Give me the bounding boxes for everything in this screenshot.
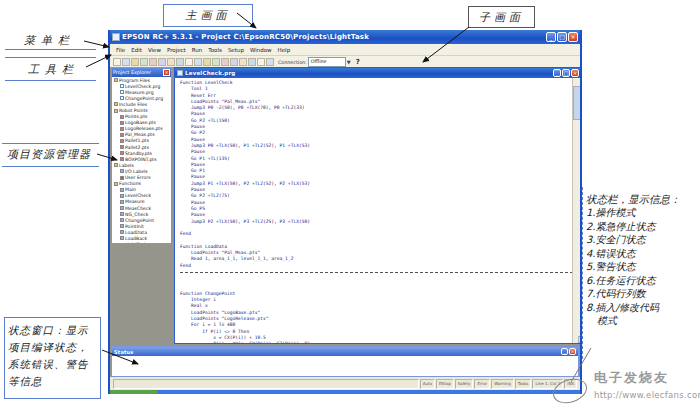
progress-segment xyxy=(110,390,157,394)
title-bar[interactable]: EPSON RC+ 5.3.1 - Project C:\EpsonRC50\P… xyxy=(110,30,580,44)
func-icon xyxy=(120,212,124,216)
code-close-button[interactable]: × xyxy=(571,69,579,77)
paste-icon[interactable] xyxy=(167,58,175,66)
tree-item-label: Include Files xyxy=(119,102,147,107)
tree-item[interactable]: LightTask xyxy=(112,242,171,243)
status-window-note-line: 项目编译状态， xyxy=(8,339,97,356)
callout-project-explorer: 项目资源管理器 xyxy=(7,147,91,162)
minimize-button[interactable]: _ xyxy=(546,32,556,42)
connection-label: Connection: xyxy=(278,60,307,65)
command-window-icon[interactable] xyxy=(257,58,265,66)
annotation-dashed-line xyxy=(582,187,583,359)
menu-edit[interactable]: Edit xyxy=(128,47,145,53)
func-icon xyxy=(120,230,124,234)
project-explorer-title: Project Explorer xyxy=(113,70,163,75)
func-icon xyxy=(120,194,124,198)
tree-item-label: ChangePoint xyxy=(125,218,154,223)
menu-setup[interactable]: Setup xyxy=(225,47,247,53)
prg-icon xyxy=(120,84,124,88)
prg-icon xyxy=(120,90,124,94)
code-minimize-button[interactable]: _ xyxy=(553,69,561,77)
status-bar-note-items: 1.操作模式2.紧急停止状态3.安全门状态4.错误状态5.警告状态6.任务运行状… xyxy=(586,206,698,328)
undo-icon[interactable] xyxy=(176,58,184,66)
statusbar-field: Line 1, Col 1 xyxy=(532,379,563,389)
menu-help[interactable]: Help xyxy=(275,47,294,53)
status-window-note: 状态窗口：显示项目编译状态，系统错误、警告等信息 xyxy=(8,322,97,390)
callout-status-bar: 状态栏，显示信息： 1.操作模式2.紧急停止状态3.安全门状态4.错误状态5.警… xyxy=(586,192,698,328)
stop-icon[interactable] xyxy=(203,58,211,66)
project-explorer-titlebar[interactable]: Project Explorer × xyxy=(112,68,171,77)
tree-item-label: User Errors xyxy=(125,175,151,180)
tree-item-label: Labels xyxy=(119,163,134,168)
io-monitor-icon[interactable] xyxy=(248,58,256,66)
statusbar-field: Error xyxy=(474,379,490,389)
menu-window[interactable]: Window xyxy=(247,47,275,53)
tree-item-label: LoadData xyxy=(125,230,147,235)
save-icon[interactable] xyxy=(131,58,139,66)
tree-item-label: Pallet2.pts xyxy=(125,145,149,150)
print-icon[interactable] xyxy=(140,58,148,66)
tree-item-label: Functions xyxy=(119,181,141,186)
scroll-down-icon[interactable]: ▼ xyxy=(578,336,580,343)
cut-icon[interactable] xyxy=(149,58,157,66)
menu-file[interactable]: File xyxy=(113,47,128,53)
tree-item-label: Points.pts xyxy=(125,114,147,119)
panel-close-icon[interactable]: × xyxy=(163,69,170,76)
open-icon[interactable] xyxy=(122,58,130,66)
close-button[interactable]: × xyxy=(568,32,578,42)
watermark: 电子发烧友 http://www.elecfans.com xyxy=(594,369,700,400)
status-window: Status _ × xyxy=(111,346,579,377)
mdi-client-area: Project Explorer × Program FilesLevelChe… xyxy=(110,67,580,377)
folder-icon xyxy=(114,78,118,82)
tree-item-label: Standby.pts xyxy=(125,151,152,156)
simulator-icon[interactable] xyxy=(266,58,274,66)
menu-tools[interactable]: Tools xyxy=(205,47,225,53)
code-line: P(i) = XY(x, CY(P(i)), CZ(P(i)), 0) xyxy=(180,341,573,343)
tree-item-label: Measure xyxy=(125,199,145,204)
tree-item-label: LoadBack xyxy=(125,236,147,241)
label-icon xyxy=(120,169,124,173)
statusbar-field: EStop xyxy=(436,379,454,389)
statusbar-fields: AutoEStopSafetyErrorWarningTasksLine 1, … xyxy=(420,379,577,389)
code-window-title: LevelCheck.prg xyxy=(185,70,551,76)
statusbar-field: INS xyxy=(564,379,577,389)
connection-value[interactable]: Offline xyxy=(308,57,346,67)
status-window-titlebar[interactable]: Status _ × xyxy=(112,347,578,356)
tree-item-label: ChangePoint.prg xyxy=(125,96,163,101)
tree-item-label: Program Files xyxy=(119,78,150,83)
robot-manager-icon[interactable] xyxy=(239,58,247,66)
pause-icon[interactable] xyxy=(230,58,238,66)
statusbar-field: Auto xyxy=(420,379,435,389)
maximize-button[interactable]: □ xyxy=(557,32,567,42)
status-close-button[interactable]: × xyxy=(569,348,576,355)
status-window-note-line: 状态窗口：显示 xyxy=(8,322,97,339)
code-window-titlebar[interactable]: LevelCheck.prg _ □ × xyxy=(175,68,580,78)
menu-view[interactable]: View xyxy=(145,47,164,53)
tree-item-label: NG_Check xyxy=(125,212,148,217)
status-bar-note-item: 8.插入/修改代码 xyxy=(586,301,698,315)
build-icon[interactable] xyxy=(212,58,220,66)
code-area[interactable]: Function LevelCheck Tool 1 Reset Err Loa… xyxy=(175,78,573,343)
run-icon[interactable] xyxy=(194,58,202,66)
status-bar-note-title: 状态栏，显示信息： xyxy=(586,192,698,206)
pts-icon xyxy=(120,157,124,161)
menu-project[interactable]: Project xyxy=(164,47,189,53)
copy-icon[interactable] xyxy=(158,58,166,66)
statusbar-field: Tasks xyxy=(515,379,532,389)
document-icon xyxy=(177,70,183,76)
redo-icon[interactable] xyxy=(185,58,193,66)
tree-item-label: Main xyxy=(125,187,136,192)
help-icon[interactable]: ? xyxy=(356,58,360,66)
scrollbar-thumb[interactable] xyxy=(573,86,580,120)
menu-run[interactable]: Run xyxy=(189,47,206,53)
new-icon[interactable] xyxy=(113,58,121,66)
step-icon[interactable] xyxy=(221,58,229,66)
app-icon xyxy=(112,33,120,41)
connection-combo[interactable]: Connection: Offline ▼ xyxy=(278,57,351,67)
chevron-down-icon[interactable]: ▼ xyxy=(347,59,351,65)
vertical-scrollbar[interactable]: ▲ ▼ xyxy=(572,78,580,343)
status-bar-note-item: 3.安全门状态 xyxy=(586,233,698,247)
annotation-line xyxy=(5,80,96,81)
code-maximize-button[interactable]: □ xyxy=(562,69,570,77)
status-minimize-button[interactable]: _ xyxy=(561,348,568,355)
